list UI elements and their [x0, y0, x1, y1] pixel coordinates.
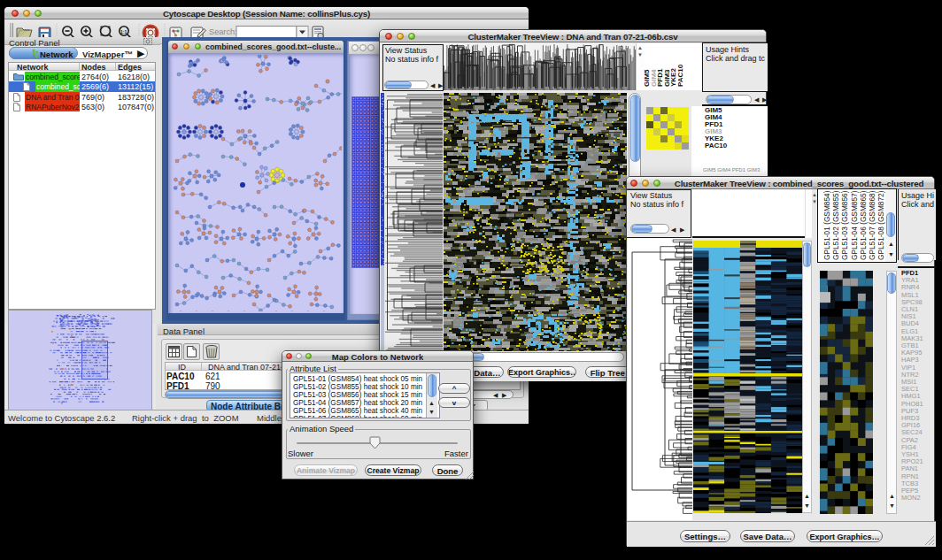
svg-text:1:1: 1:1	[120, 29, 127, 35]
svg-text:Search:: Search:	[209, 27, 237, 36]
